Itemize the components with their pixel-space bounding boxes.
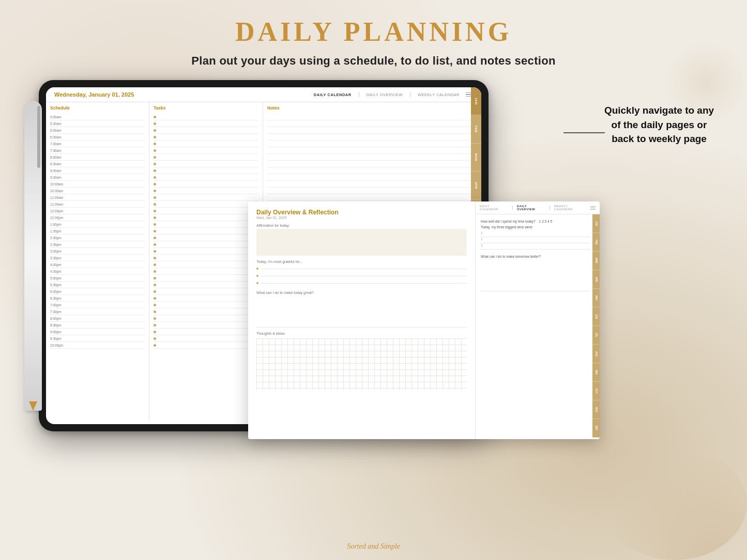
task-bullet <box>154 122 156 125</box>
grateful-line-3 <box>261 283 467 284</box>
affirmation-box[interactable] <box>256 229 467 256</box>
thoughts-label: Thoughts & ideas: <box>256 332 467 335</box>
time-row: 4:30pm <box>50 268 145 275</box>
notes-line <box>267 134 477 141</box>
ov-month-tab-jan[interactable]: JAN <box>592 214 600 233</box>
notes-line <box>267 127 477 134</box>
ov-right-content: How well did I spend my time today? 1 2 … <box>476 214 600 438</box>
task-bullet <box>154 297 156 300</box>
ov-month-tab-oct[interactable]: OCT <box>592 382 600 400</box>
ov-month-tab-jun[interactable]: JUN <box>592 307 600 326</box>
page-subtitle: Plan out your days using a schedule, to … <box>0 54 747 68</box>
time-row: 6:30pm <box>50 295 145 302</box>
task-bullet <box>154 116 156 118</box>
ov-month-tab-aug[interactable]: AUG <box>592 345 600 363</box>
tablet-nav-weekly-calendar[interactable]: WEEKLY CALENDAR <box>418 92 460 97</box>
task-row <box>154 174 258 181</box>
task-row <box>154 322 258 329</box>
task-bullet <box>154 257 156 259</box>
month-tab-apr[interactable]: APR <box>471 172 481 199</box>
task-row <box>154 208 258 214</box>
tomorrow-box[interactable] <box>481 260 590 291</box>
task-row <box>154 201 258 208</box>
grateful-item-3 <box>256 279 467 287</box>
month-tab-jan[interactable]: JAN <box>471 87 481 115</box>
thoughts-grid[interactable] <box>256 338 467 390</box>
ov-month-tabs[interactable]: JANFEBMARAPRMAYJUNJULAUGSEPOCTNOVDEC <box>592 214 600 438</box>
pencil-clip <box>37 106 40 168</box>
task-bullet <box>154 270 156 273</box>
task-row <box>154 335 258 342</box>
task-row <box>154 295 258 302</box>
affirmation-label: Affirmation for today: <box>256 224 467 227</box>
ov-menu-line-2 <box>590 208 596 208</box>
notes-line <box>267 141 477 147</box>
ov-month-tab-jul[interactable]: JUL <box>592 326 600 345</box>
month-tab-mar[interactable]: MAR <box>471 144 481 172</box>
ov-month-tab-feb[interactable]: FEB <box>592 233 600 252</box>
task-row <box>154 228 258 235</box>
ov-menu-icon[interactable] <box>590 206 596 210</box>
ov-month-tab-mar[interactable]: MAR <box>592 252 600 270</box>
win-line-2: 2. <box>481 237 590 243</box>
ov-month-tab-dec[interactable]: DEC <box>592 419 600 438</box>
task-row <box>154 315 258 322</box>
notes-line <box>267 147 477 154</box>
task-bullet <box>154 337 156 340</box>
time-row: 9:00am <box>50 167 145 174</box>
ov-month-tab-apr[interactable]: APR <box>592 270 600 289</box>
great-box[interactable] <box>256 297 467 328</box>
apple-pencil <box>24 101 42 411</box>
time-row: 3:30pm <box>50 255 145 261</box>
wins-label: Today, my three biggest wins were: <box>481 225 590 229</box>
ov-month-tab-nov[interactable]: NOV <box>592 400 600 419</box>
time-row: 6:30am <box>50 134 145 141</box>
grateful-item-1 <box>256 265 467 272</box>
time-row: 11:30am <box>50 201 145 208</box>
time-row: 1:00pm <box>50 221 145 228</box>
task-bullet <box>154 223 156 226</box>
ov-month-tab-may[interactable]: MAY <box>592 289 600 307</box>
win-num-2: 2. <box>481 238 483 241</box>
connector-line <box>563 132 605 133</box>
win-line-1: 1. <box>481 231 590 237</box>
bullet-2 <box>256 275 258 277</box>
time-row: 2:30pm <box>50 241 145 248</box>
win-num-3: 3. <box>481 244 483 247</box>
month-tab-feb[interactable]: FEB <box>471 115 481 143</box>
time-row: 7:00am <box>50 141 145 147</box>
task-bullet <box>154 216 156 219</box>
time-row: 11:00am <box>50 194 145 201</box>
time-row: 5:00pm <box>50 275 145 282</box>
ov-nav-weekly-calendar[interactable]: WEEKLY CALENDAR <box>554 205 587 211</box>
task-bullet <box>154 263 156 266</box>
tasks-header: Tasks <box>154 105 258 112</box>
task-bullet <box>154 149 156 152</box>
task-bullet <box>154 169 156 172</box>
tablet-nav-daily-calendar[interactable]: DAILY CALENDAR <box>314 92 352 97</box>
tablet-nav-daily-overview[interactable]: DAILY OVERVIEW <box>367 92 403 97</box>
time-row: 4:00pm <box>50 261 145 268</box>
tablet-nav-links: DAILY CALENDAR DAILY OVERVIEW WEEKLY CAL… <box>314 92 460 97</box>
tasks-column: Tasks <box>149 102 263 422</box>
time-row: 5:00am <box>50 114 145 120</box>
nav-separator-2 <box>410 92 410 97</box>
time-row: 1:30pm <box>50 228 145 235</box>
task-bullet <box>154 143 156 145</box>
ov-month-tab-sep[interactable]: SEP <box>592 363 600 382</box>
ov-nav-daily-calendar[interactable]: DAILY CALENDAR <box>480 205 508 211</box>
notes-line <box>267 161 477 167</box>
time-row: 5:30am <box>50 120 145 127</box>
task-row <box>154 248 258 255</box>
task-row <box>154 214 258 221</box>
time-row: 5:30pm <box>50 282 145 288</box>
page-title: DAILY PLANNING <box>0 0 747 47</box>
task-row <box>154 194 258 201</box>
time-row: 2:00pm <box>50 235 145 241</box>
ov-nav-daily-overview[interactable]: DAILY OVERVIEW <box>517 205 545 211</box>
tomorrow-label: What can I do to make tomorrow better? <box>481 255 590 258</box>
task-rows <box>154 114 258 349</box>
grateful-list <box>256 265 467 287</box>
time-row: 8:30pm <box>50 322 145 329</box>
task-bullet <box>154 163 156 165</box>
